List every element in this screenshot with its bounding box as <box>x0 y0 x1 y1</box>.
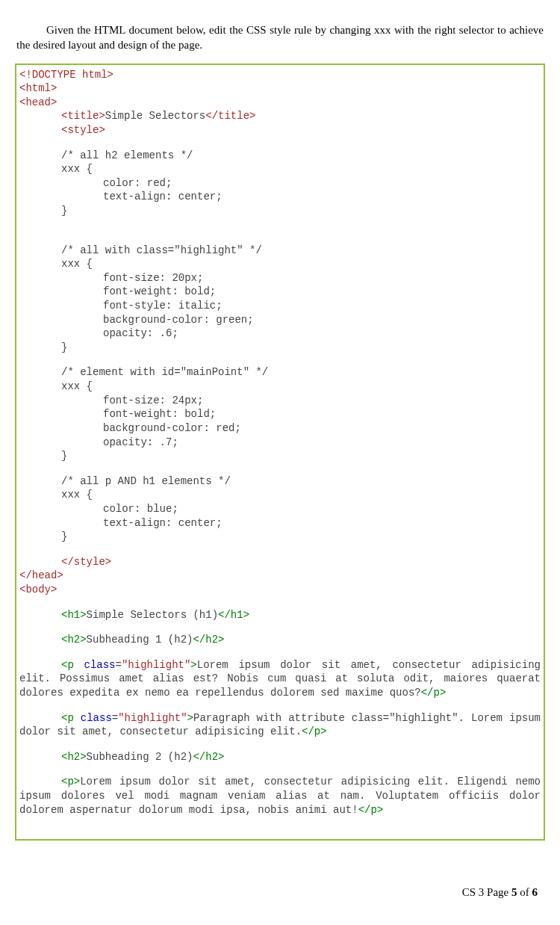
title-open: <title> <box>61 110 105 122</box>
rule3-size: font-size: 24px; <box>19 394 541 408</box>
p1-closetag: </p> <box>421 687 447 699</box>
title-close: </title> <box>205 110 255 122</box>
rule4-selector: xxx { <box>19 488 541 502</box>
instruction-content: Given the HTML document below, edit the … <box>16 24 544 51</box>
comment-highlight: /* all with class="highlight" */ <box>19 244 541 258</box>
rule2-size: font-size: 20px; <box>19 271 541 285</box>
footer-total: 6 <box>532 886 538 898</box>
h1-close: </h1> <box>218 609 249 621</box>
p3-text: Lorem ipsum dolor sit amet, consectetur … <box>19 776 547 815</box>
h2b-close: </h2> <box>193 751 224 763</box>
style-open: <style> <box>61 124 105 136</box>
p1-eq: = <box>116 659 122 671</box>
rule3-bg: background-color: red; <box>19 421 541 436</box>
head-close: </head> <box>19 569 63 581</box>
code-block: <!DOCTYPE html> <html> <head> <title>Sim… <box>15 64 545 841</box>
rule1-close: } <box>19 204 541 218</box>
p2-val: "highlight" <box>118 712 187 724</box>
h2a-close: </h2> <box>193 634 224 646</box>
p2-open: <p <box>61 712 81 724</box>
p1-open: <p <box>61 659 84 671</box>
p2-class: class <box>81 712 112 724</box>
rule1-color: color: red; <box>19 176 541 191</box>
rule4-align: text-align: center; <box>19 516 541 530</box>
rule1-selector: xxx { <box>19 162 541 176</box>
rule3-selector: xxx { <box>19 380 541 394</box>
comment-mainpoint: /* element with id="mainPoint" */ <box>19 365 541 380</box>
rule3-weight: font-weight: bold; <box>19 407 541 421</box>
footer-prefix: CS 3 Page <box>462 886 511 898</box>
footer-page: 5 <box>511 886 517 898</box>
h2a-open: <h2> <box>61 634 87 646</box>
rule4-color: color: blue; <box>19 502 541 516</box>
rule2-weight: font-weight: bold; <box>19 285 541 299</box>
p3-open: <p> <box>61 776 80 788</box>
doctype: <!DOCTYPE html> <box>19 69 113 81</box>
style-close: </style> <box>61 556 111 568</box>
rule2-bg: background-color: green; <box>19 313 541 327</box>
p2-eq: = <box>112 712 118 724</box>
rule4-close: } <box>19 530 541 544</box>
instruction-text: Given the HTML document below, edit the … <box>15 22 545 53</box>
rule2-style: font-style: italic; <box>19 299 541 313</box>
title-text: Simple Selectors <box>105 110 205 122</box>
body-open: <body> <box>19 584 57 595</box>
h2b-text: Subheading 2 (h2) <box>87 751 193 763</box>
comment-h2: /* all h2 elements */ <box>19 149 541 163</box>
p2-close0: > <box>187 712 193 724</box>
head-open: <head> <box>19 96 57 108</box>
comment-ph1: /* all p AND h1 elements */ <box>19 474 541 489</box>
p1-val: "highlight" <box>122 659 190 671</box>
p3-closetag: </p> <box>358 804 384 816</box>
h2a-text: Subheading 1 (h2) <box>87 634 193 646</box>
rule3-opacity: opacity: .7; <box>19 436 541 450</box>
h1-open: <h1> <box>61 609 87 621</box>
rule2-selector: xxx { <box>19 257 541 271</box>
rule2-close: } <box>19 341 541 355</box>
rule2-opacity: opacity: .6; <box>19 327 541 341</box>
page-footer: CS 3 Page 5 of 6 <box>462 886 538 899</box>
h1-text: Simple Selectors (h1) <box>87 609 218 621</box>
p1-close0: > <box>190 659 196 671</box>
html-open: <html> <box>19 82 57 94</box>
h2b-open: <h2> <box>61 751 87 763</box>
rule1-align: text-align: center; <box>19 190 541 204</box>
footer-of: of <box>517 886 532 898</box>
rule3-close: } <box>19 449 541 463</box>
p2-closetag: </p> <box>302 726 327 737</box>
p1-class: class <box>84 659 116 671</box>
